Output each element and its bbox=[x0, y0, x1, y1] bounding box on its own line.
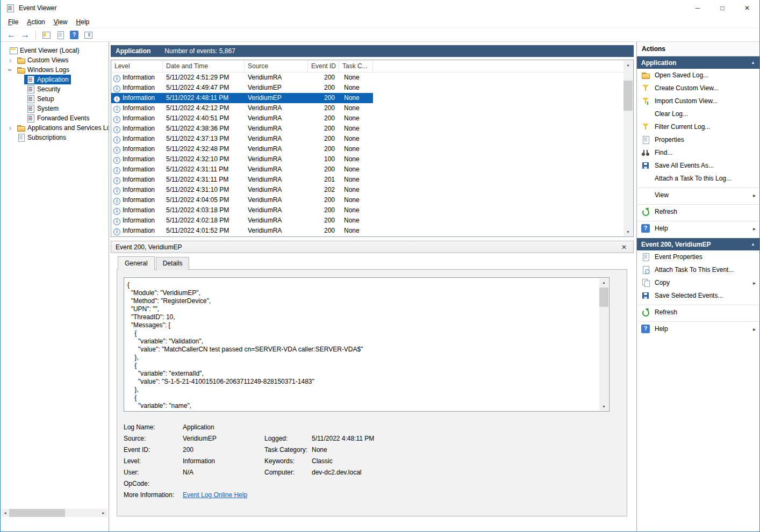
close-button[interactable]: ✕ bbox=[735, 0, 759, 16]
menu-view[interactable]: View bbox=[49, 17, 72, 27]
event-row[interactable]: Information 5/11/2022 4:32:48 PM Veridiu… bbox=[111, 144, 373, 154]
action-save-all-events-as[interactable]: Save All Events As... bbox=[637, 159, 759, 172]
tree-item-applications-and-services[interactable]: › Applications and Services Lo bbox=[1, 123, 109, 133]
tree-item-subscriptions[interactable]: Subscriptions bbox=[1, 133, 109, 142]
event-row[interactable]: Information 5/11/2022 4:03:18 PM Veridiu… bbox=[111, 205, 373, 215]
event-row[interactable]: Information 5/11/2022 4:01:52 PM Veridiu… bbox=[111, 226, 373, 236]
tree-item-custom-views[interactable]: › Custom Views bbox=[1, 55, 109, 65]
action-help-event[interactable]: Help ▸ bbox=[637, 322, 759, 335]
maximize-button[interactable]: □ bbox=[710, 0, 735, 16]
tree-node-label: Windows Logs bbox=[27, 66, 69, 74]
tree-item-event-viewer-local[interactable]: Event Viewer (Local) bbox=[1, 46, 109, 55]
event-row[interactable]: Information 5/11/2022 4:31:11 PM Veridiu… bbox=[111, 164, 373, 175]
detail-close-button[interactable]: ✕ bbox=[619, 243, 629, 251]
tree-chevron-icon[interactable]: › bbox=[6, 124, 15, 132]
event-description-box[interactable]: { "Module": "VeridiumEP", "Method": "Reg… bbox=[124, 277, 610, 412]
event-list-scrollbar[interactable]: ▲ ▼ bbox=[623, 61, 633, 236]
scrollbar-track[interactable] bbox=[623, 69, 633, 228]
action-filter-current-log[interactable]: Filter Current Log... bbox=[637, 120, 759, 133]
menu-file[interactable]: File bbox=[4, 17, 23, 27]
collapse-icon[interactable]: ▲ bbox=[751, 242, 755, 247]
scroll-right-icon[interactable]: ► bbox=[99, 509, 107, 517]
action-event-properties[interactable]: Event Properties bbox=[637, 250, 759, 263]
column-date-and-time[interactable]: Date and Time bbox=[163, 60, 245, 72]
actions-separator[interactable] bbox=[637, 319, 759, 322]
tree-item-windows-logs[interactable]: › Windows Logs bbox=[1, 65, 109, 75]
action-refresh-event[interactable]: Refresh bbox=[637, 306, 759, 319]
toolbar: ← → bbox=[1, 28, 759, 42]
event-row[interactable]: Information 5/11/2022 4:02:18 PM Veridiu… bbox=[111, 215, 373, 226]
minimize-button[interactable]: ─ bbox=[685, 0, 710, 16]
action-find[interactable]: Find... bbox=[637, 146, 759, 159]
tree-item-system[interactable]: System bbox=[1, 104, 109, 113]
scrollbar-track[interactable] bbox=[599, 286, 608, 402]
tab-details[interactable]: Details bbox=[156, 257, 190, 270]
event-row[interactable]: Information 5/11/2022 4:37:13 PM Veridiu… bbox=[111, 134, 373, 144]
column-event-id[interactable]: Event ID bbox=[308, 60, 339, 72]
actions-separator[interactable] bbox=[637, 185, 759, 188]
tree-item-forwarded-events[interactable]: Forwarded Events bbox=[1, 113, 109, 123]
tree-chevron-icon[interactable]: › bbox=[6, 66, 14, 74]
tree-item-application[interactable]: Application bbox=[1, 75, 109, 84]
actions-separator[interactable] bbox=[637, 303, 759, 305]
scrollbar-thumb[interactable] bbox=[623, 81, 633, 111]
event-row[interactable]: Information 5/11/2022 4:32:10 PM Veridiu… bbox=[111, 154, 373, 164]
forward-button[interactable]: → bbox=[19, 29, 32, 41]
action-attach-task-to-event[interactable]: Attach Task To This Event... bbox=[637, 263, 759, 276]
collapse-icon[interactable]: ▲ bbox=[751, 60, 755, 65]
event-row[interactable]: Information 5/11/2022 4:49:47 PM Veridiu… bbox=[111, 83, 373, 93]
action-attach-task-to-log[interactable]: Attach a Task To this Log... bbox=[637, 172, 759, 185]
tree-chevron-icon[interactable]: › bbox=[6, 56, 15, 64]
action-copy[interactable]: Copy ▸ bbox=[637, 276, 759, 289]
action-view[interactable]: View ▸ bbox=[637, 189, 759, 202]
actions-section-event[interactable]: Event 200, VeridiumEP ▲ bbox=[637, 238, 759, 250]
scroll-up-icon[interactable]: ▲ bbox=[599, 278, 608, 286]
scroll-up-icon[interactable]: ▲ bbox=[623, 61, 633, 69]
action-refresh[interactable]: Refresh bbox=[637, 205, 759, 218]
event-row[interactable]: Information 5/11/2022 4:04:05 PM Veridiu… bbox=[111, 195, 373, 205]
show-action-pane-button[interactable] bbox=[82, 29, 95, 41]
help-toolbar-button[interactable] bbox=[68, 29, 81, 41]
tree-item-security[interactable]: Security bbox=[1, 84, 109, 94]
menu-action[interactable]: Action bbox=[23, 17, 49, 27]
actions-separator[interactable] bbox=[637, 202, 759, 205]
event-row[interactable]: Information 5/11/2022 4:48:11 PM Veridiu… bbox=[111, 93, 373, 103]
detail-field-row: Event ID: 200 Task Category: None bbox=[124, 444, 610, 455]
menu-help[interactable]: Help bbox=[72, 17, 94, 27]
action-save-selected-events[interactable]: Save Selected Events... bbox=[637, 289, 759, 302]
tree-item-setup[interactable]: Setup bbox=[1, 94, 109, 104]
action-create-custom-view[interactable]: Create Custom View... bbox=[637, 82, 759, 95]
description-scrollbar[interactable]: ▲ ▼ bbox=[599, 278, 608, 411]
event-task-category: None bbox=[339, 113, 373, 124]
event-row[interactable]: Information 5/11/2022 4:31:11 PM Veridiu… bbox=[111, 175, 373, 185]
column-task-category[interactable]: Task C... bbox=[339, 60, 373, 72]
scroll-left-icon[interactable]: ◄ bbox=[1, 509, 9, 517]
action-import-custom-view[interactable]: Import Custom View... bbox=[637, 95, 759, 107]
scroll-down-icon[interactable]: ▼ bbox=[623, 228, 633, 236]
tree-horizontal-scrollbar[interactable]: ◄ ► bbox=[1, 509, 107, 517]
scrollbar-thumb[interactable] bbox=[9, 509, 65, 517]
scrollbar-thumb[interactable] bbox=[599, 287, 608, 307]
event-source: VeridiumEP bbox=[245, 93, 308, 103]
column-source[interactable]: Source bbox=[245, 60, 308, 72]
action-clear-log[interactable]: Clear Log... bbox=[637, 107, 759, 120]
event-datetime: 5/11/2022 4:37:13 PM bbox=[163, 134, 245, 144]
actions-separator[interactable] bbox=[637, 219, 759, 221]
event-row[interactable]: Information 5/11/2022 4:42:12 PM Veridiu… bbox=[111, 103, 373, 113]
event-row[interactable]: Information 5/11/2022 4:31:10 PM Veridiu… bbox=[111, 185, 373, 195]
properties-toolbar-button[interactable] bbox=[54, 29, 67, 41]
action-help[interactable]: Help ▸ bbox=[637, 222, 759, 235]
show-console-tree-button[interactable] bbox=[40, 29, 53, 41]
scrollbar-track[interactable] bbox=[9, 509, 99, 517]
action-properties[interactable]: Properties bbox=[637, 133, 759, 146]
event-row[interactable]: Information 5/11/2022 4:40:51 PM Veridiu… bbox=[111, 113, 373, 124]
actions-section-application[interactable]: Application ▲ bbox=[637, 56, 759, 69]
scroll-down-icon[interactable]: ▼ bbox=[599, 402, 608, 411]
action-open-saved-log[interactable]: Open Saved Log... bbox=[637, 69, 759, 82]
event-row[interactable]: Information 5/11/2022 4:38:36 PM Veridiu… bbox=[111, 124, 373, 134]
column-level[interactable]: Level bbox=[111, 60, 163, 72]
back-button[interactable]: ← bbox=[5, 29, 18, 41]
field-value[interactable]: Event Log Online Help bbox=[183, 491, 264, 499]
event-row[interactable]: Information 5/11/2022 4:51:29 PM Veridiu… bbox=[111, 73, 373, 83]
tab-general[interactable]: General bbox=[118, 256, 155, 270]
